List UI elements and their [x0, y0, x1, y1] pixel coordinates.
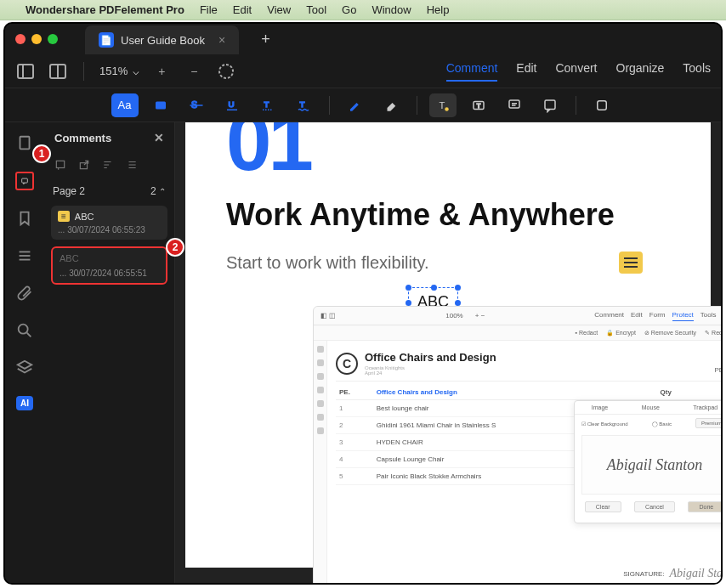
- svg-point-27: [19, 325, 28, 334]
- minimize-window[interactable]: [31, 34, 42, 44]
- marker-tool[interactable]: [342, 93, 369, 117]
- document-canvas[interactable]: 01 Work Anytime & Anywhere Start to work…: [175, 122, 721, 583]
- chevron-down-icon: ⌵: [133, 65, 139, 77]
- bookmarks-icon[interactable]: [15, 209, 34, 228]
- document-tab[interactable]: 📄 User Guide Book ×: [85, 25, 239, 54]
- embedded-screenshot: ◧ ◫ 100% + − Comment Edit Form Protect T…: [313, 306, 721, 583]
- menu-help[interactable]: Help: [427, 3, 450, 16]
- svg-line-28: [27, 333, 31, 337]
- svg-text:T: T: [476, 102, 480, 110]
- zoom-in-icon[interactable]: +: [151, 61, 172, 82]
- textbox-tool[interactable]: T: [465, 93, 492, 117]
- menu-go[interactable]: Go: [342, 3, 356, 16]
- squiggly-tool[interactable]: T: [290, 93, 317, 117]
- ai-button[interactable]: AI: [16, 396, 33, 410]
- close-window[interactable]: [15, 34, 26, 44]
- svg-rect-22: [20, 137, 30, 150]
- left-sidebar: AI 1: [5, 122, 44, 583]
- comment-item-selected[interactable]: ABC ... 30/07/2024 06:55:51: [51, 246, 167, 285]
- svg-text:T: T: [299, 99, 304, 108]
- search-icon[interactable]: [15, 321, 34, 340]
- caret-tool[interactable]: T: [254, 93, 281, 117]
- layers-icon[interactable]: [15, 359, 34, 377]
- sig-tab: Image: [592, 404, 608, 410]
- titlebar: 📄 User Guide Book × +: [5, 24, 721, 54]
- page-section-header[interactable]: Page 2 2 ⌃: [44, 178, 174, 204]
- export-icon[interactable]: [78, 159, 90, 173]
- divider: [83, 62, 84, 81]
- comment-timestamp: 30/07/2024 06:55:23: [67, 225, 145, 235]
- pdf-icon: 📄: [99, 32, 114, 48]
- callout-1: 1: [32, 144, 51, 163]
- menu-file[interactable]: File: [200, 3, 218, 16]
- app-name[interactable]: Wondershare PDFelement Pro: [26, 3, 184, 16]
- chevron-up-icon: ⌃: [159, 187, 166, 196]
- svg-text:S: S: [191, 99, 197, 110]
- tab-comment[interactable]: Comment: [446, 61, 498, 82]
- sig-tab: Mouse: [642, 404, 660, 410]
- sort-icon[interactable]: [102, 159, 114, 173]
- callout-tool[interactable]: [501, 93, 528, 117]
- collapse-icon[interactable]: [126, 159, 138, 173]
- menu-edit[interactable]: Edit: [233, 3, 252, 16]
- app-body: AI 1 Comments ✕ Page 2 2 ⌃ ≡ABC ... 30/0…: [5, 122, 721, 583]
- mini-tab: Edit: [631, 311, 643, 321]
- resize-handle[interactable]: [455, 300, 461, 306]
- sig-clear: Clear: [585, 501, 621, 512]
- eraser-tool[interactable]: [377, 93, 405, 117]
- pdf-page: 01 Work Anytime & Anywhere Start to work…: [185, 122, 711, 568]
- comment-item[interactable]: ≡ABC ... 30/07/2024 06:55:23: [51, 206, 167, 240]
- svg-rect-20: [545, 100, 555, 110]
- underline-tool[interactable]: U: [218, 93, 246, 117]
- resize-handle[interactable]: [406, 300, 411, 306]
- svg-rect-30: [80, 162, 87, 168]
- mini-zoom: 100%: [445, 312, 462, 319]
- zoom-out-icon[interactable]: −: [184, 61, 204, 82]
- svg-rect-29: [56, 161, 64, 167]
- close-tab-icon[interactable]: ×: [218, 33, 225, 47]
- tab-convert[interactable]: Convert: [555, 61, 597, 82]
- zoom-level[interactable]: 151% ⌵: [99, 65, 139, 77]
- fit-icon[interactable]: [216, 61, 236, 82]
- highlight-tool[interactable]: Aa: [111, 93, 139, 117]
- filter-icon[interactable]: [54, 159, 66, 173]
- outline-icon[interactable]: [15, 246, 34, 265]
- divider: [576, 96, 576, 115]
- mini-doc-title: Office Chairs and Design: [365, 351, 496, 364]
- resize-handle[interactable]: [406, 285, 411, 291]
- page-count: 2: [150, 185, 156, 197]
- signature-canvas: Abigail Stanton: [581, 435, 721, 495]
- mini-logo: C: [336, 353, 358, 375]
- strikethrough-tool[interactable]: S: [183, 93, 210, 117]
- menu-tool[interactable]: Tool: [306, 3, 326, 16]
- tab-tools[interactable]: Tools: [683, 61, 711, 82]
- resize-handle[interactable]: [455, 285, 461, 291]
- panel-split-icon[interactable]: [48, 61, 68, 82]
- main-toolbar: 151% ⌵ + − Comment Edit Convert Organize…: [5, 54, 721, 88]
- note-tool[interactable]: [536, 93, 564, 117]
- comments-sidebar-icon[interactable]: [15, 172, 34, 190]
- menu-view[interactable]: View: [267, 3, 291, 16]
- menu-window[interactable]: Window: [372, 3, 411, 16]
- mini-tab: Protect: [672, 311, 694, 321]
- comment-label: ABC: [75, 212, 94, 222]
- area-highlight-tool[interactable]: [147, 93, 174, 117]
- svg-rect-0: [18, 65, 33, 78]
- comments-header: Comments ✕: [44, 122, 174, 153]
- svg-rect-5: [156, 101, 166, 109]
- sticky-note-icon[interactable]: [619, 252, 643, 274]
- tab-organize[interactable]: Organize: [616, 61, 665, 82]
- svg-text:T: T: [264, 99, 269, 108]
- panel-left-icon[interactable]: [15, 61, 36, 82]
- new-tab-button[interactable]: +: [261, 31, 270, 48]
- close-panel-icon[interactable]: ✕: [154, 131, 164, 144]
- shape-tool[interactable]: [588, 93, 615, 117]
- resize-handle[interactable]: [431, 285, 437, 291]
- thumbnails-icon[interactable]: [15, 134, 34, 153]
- maximize-window[interactable]: [48, 34, 58, 44]
- sig-done: Done: [688, 501, 721, 512]
- text-tool[interactable]: T: [429, 93, 457, 117]
- attachments-icon[interactable]: [15, 284, 34, 302]
- svg-rect-4: [219, 65, 233, 78]
- tab-edit[interactable]: Edit: [516, 61, 536, 82]
